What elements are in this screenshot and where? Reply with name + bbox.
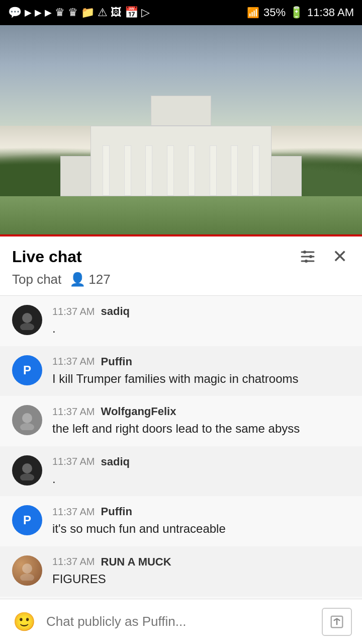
message-content: 11:37 AMPuffinI kill Trumper families wi… (52, 355, 350, 387)
svg-point-3 (303, 251, 306, 254)
top-chat-label: Top chat (12, 272, 61, 287)
svg-point-9 (20, 423, 34, 430)
chat-messages-list: 11:37 AMsadiq.P11:37 AMPuffinI kill Trum… (0, 296, 362, 644)
crown-icon-1: ♛ (55, 6, 65, 19)
chat-message: 11:37 AMsadiq. (0, 296, 362, 346)
message-meta: 11:37 AMPuffin (52, 505, 350, 518)
youtube-icon-2: ▶ (35, 7, 42, 18)
wh-column-7 (231, 145, 238, 196)
avatar (12, 405, 42, 435)
folder-icon: 📁 (81, 6, 95, 19)
video-progress-bar (0, 234, 362, 236)
message-meta: 11:37 AMRUN A MUCK (52, 555, 350, 569)
svg-point-4 (309, 255, 312, 258)
status-bar-system: 📶 35% 🔋 11:38 AM (247, 6, 354, 19)
message-meta: 11:37 AMsadiq (52, 305, 350, 318)
youtube-icon-3: ▶ (45, 7, 52, 18)
message-text: FIGURES (52, 571, 350, 588)
svg-point-12 (22, 564, 32, 574)
wh-columns (96, 140, 266, 196)
status-bar: 💬 ▶ ▶ ▶ ♛ ♛ 📁 ⚠ 🖼 📅 ▷ 📶 35% 🔋 11:38 AM (0, 0, 362, 25)
filter-settings-button[interactable] (298, 247, 318, 267)
message-author: RUN A MUCK (101, 555, 171, 569)
svg-point-6 (22, 313, 32, 323)
message-content: 11:37 AMWolfgangFelixthe left and right … (52, 405, 350, 437)
message-text: . (52, 320, 350, 337)
svg-point-13 (20, 574, 34, 581)
message-time: 11:37 AM (52, 556, 95, 568)
video-lawn (0, 196, 362, 236)
message-meta: 11:37 AMWolfgangFelix (52, 405, 350, 418)
message-author: WolfgangFelix (101, 405, 176, 418)
svg-point-8 (22, 413, 32, 423)
message-meta: 11:37 AMsadiq (52, 455, 350, 468)
top-chat-row: Top chat 👤 127 (12, 272, 350, 295)
wh-column-8 (252, 145, 259, 196)
chat-message: 11:37 AMRUN A MUCKFIGURES (0, 546, 362, 597)
time-display: 11:38 AM (307, 6, 354, 19)
header-icons: ✕ (298, 247, 350, 267)
wh-column-6 (210, 145, 217, 196)
message-author: sadiq (101, 305, 130, 318)
avatar (12, 555, 42, 586)
message-notification-icon: 💬 (8, 6, 22, 19)
svg-point-11 (20, 473, 34, 480)
message-content: 11:37 AMRUN A MUCKFIGURES (52, 555, 350, 588)
svg-point-5 (305, 260, 308, 263)
video-player[interactable] (0, 25, 362, 236)
wh-column-2 (124, 145, 131, 196)
message-content: 11:37 AMPuffinit's so much fun and untra… (52, 505, 350, 537)
avatar: P (12, 505, 42, 535)
message-meta: 11:37 AMPuffin (52, 355, 350, 368)
close-chat-button[interactable]: ✕ (330, 247, 350, 267)
message-text: . (52, 470, 350, 488)
message-time: 11:37 AM (52, 506, 95, 518)
battery-level: 35% (263, 6, 286, 19)
chat-input-field[interactable] (46, 614, 314, 629)
message-text: I kill Trumper families with magic in ch… (52, 370, 350, 387)
message-time: 11:37 AM (52, 356, 95, 367)
message-time: 11:37 AM (52, 456, 95, 467)
battery-icon: 🔋 (290, 6, 303, 19)
svg-point-7 (20, 323, 34, 330)
chat-message: 11:37 AMWolfgangFelixthe left and right … (0, 396, 362, 446)
message-author: sadiq (101, 455, 130, 468)
chat-message: P11:37 AMPuffinI kill Trumper families w… (0, 346, 362, 396)
youtube-icon-1: ▶ (25, 7, 32, 18)
avatar (12, 305, 42, 335)
send-message-button[interactable] (322, 608, 352, 636)
image-icon: 🖼 (111, 6, 122, 19)
chat-message: 11:37 AMsadiq. (0, 446, 362, 497)
play-store-icon: ▷ (141, 6, 150, 19)
viewer-number: 127 (88, 272, 110, 287)
wh-column-5 (188, 145, 195, 196)
wh-column-3 (145, 145, 152, 196)
calendar-icon: 📅 (125, 6, 138, 19)
viewer-icon: 👤 (69, 272, 85, 287)
avatar: P (12, 355, 42, 385)
message-content: 11:37 AMsadiq. (52, 455, 350, 488)
crown-icon-2: ♛ (68, 6, 78, 19)
message-time: 11:37 AM (52, 406, 95, 418)
message-author: Puffin (101, 355, 132, 368)
chat-message: P11:37 AMPuffinit's so much fun and untr… (0, 496, 362, 546)
status-bar-notifications: 💬 ▶ ▶ ▶ ♛ ♛ 📁 ⚠ 🖼 📅 ▷ (8, 6, 150, 19)
message-time: 11:37 AM (52, 306, 95, 317)
live-chat-title: Live chat (12, 248, 82, 266)
svg-point-10 (22, 463, 32, 473)
wifi-icon: 📶 (247, 7, 259, 19)
chat-input-bar: 🙂 (0, 599, 362, 644)
viewer-count: 👤 127 (69, 272, 110, 287)
wh-column-1 (103, 145, 110, 196)
wh-portico (151, 96, 211, 126)
message-text: the left and right doors lead to the sam… (52, 420, 350, 437)
white-house-building (60, 86, 302, 196)
live-chat-title-row: Live chat ✕ (12, 247, 350, 267)
message-author: Puffin (101, 505, 132, 518)
wh-column-4 (167, 145, 174, 196)
emoji-button[interactable]: 🙂 (10, 608, 38, 636)
live-chat-header: Live chat ✕ Top chat 👤 127 (0, 236, 362, 296)
wh-main-building (90, 126, 272, 196)
message-text: it's so much fun and untraceable (52, 520, 350, 537)
warning-icon: ⚠ (98, 6, 108, 19)
